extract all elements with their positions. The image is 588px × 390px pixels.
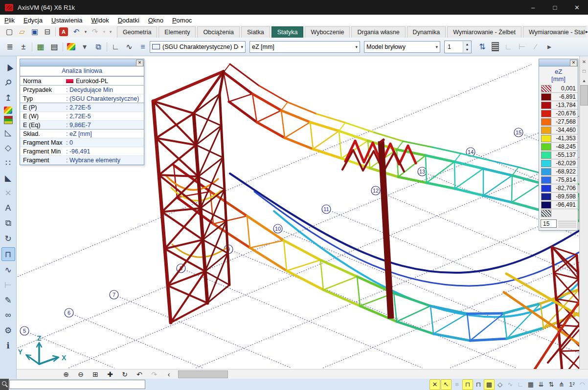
search-input[interactable] xyxy=(9,380,145,389)
menu-pomoc[interactable]: Pomoc xyxy=(168,15,196,25)
loads-icon[interactable]: ⇊ xyxy=(536,380,546,390)
result-component-combo[interactable]: eZ [mm] ▾ xyxy=(249,41,360,53)
mesh-icon[interactable]: ∷ xyxy=(2,156,15,169)
glasses-icon[interactable]: ∞ xyxy=(2,309,15,322)
axis-f-icon[interactable]: ⊢ xyxy=(515,41,529,53)
menu-okno[interactable]: Okno xyxy=(144,15,168,25)
toolbar-overflow-icon[interactable]: ▾ xyxy=(107,29,114,34)
virtual-beam-icon[interactable]: ⊢ xyxy=(2,279,15,291)
check-icon[interactable]: ◇ xyxy=(2,141,15,154)
save-icon[interactable]: ▣ xyxy=(28,26,41,37)
strip-restore-icon[interactable]: □ xyxy=(580,67,588,75)
maximize-icon[interactable]: □ xyxy=(544,0,566,15)
wrench-icon[interactable]: ⚙ xyxy=(2,324,15,337)
axes-3d-icon[interactable]: ⋔ xyxy=(557,380,566,390)
diag-icon[interactable]: ∕ xyxy=(529,41,543,53)
tab-siatka[interactable]: Siatka xyxy=(241,26,270,38)
table-icon[interactable]: ▦ xyxy=(34,41,47,53)
tab-drgania-własne[interactable]: Drgania własne xyxy=(351,26,405,38)
tab-wymiarowanie-stal[interactable]: Wymiarowanie - Stal xyxy=(523,26,587,38)
layers-icon[interactable]: ≣ xyxy=(3,41,17,53)
open-icon[interactable]: ▱ xyxy=(16,26,28,37)
dimension-icon[interactable]: ✕ xyxy=(2,187,15,199)
chevron-down-icon[interactable]: ▾ xyxy=(83,26,89,37)
text-icon[interactable]: A xyxy=(2,202,15,215)
supports-icon[interactable]: ⇅ xyxy=(546,380,556,390)
render-mode-icon[interactable]: ⊓ xyxy=(462,379,473,390)
load-case-combo[interactable]: (SGU Charakterystyczne) Decy ▾ xyxy=(150,41,246,53)
parts-icon[interactable]: ↖ xyxy=(441,379,452,390)
undo-view-icon[interactable]: ↶ xyxy=(132,370,147,379)
close-icon[interactable]: ✕ xyxy=(566,0,588,15)
lines-icon[interactable]: ≡ xyxy=(452,380,462,390)
tab-scroll-right-icon[interactable]: ▸ xyxy=(586,29,588,34)
undo-icon[interactable]: ↶ xyxy=(70,26,83,37)
symbols-icon[interactable]: ◇ xyxy=(495,380,505,390)
search-icon[interactable] xyxy=(0,379,9,390)
menu-widok[interactable]: Widok xyxy=(87,15,113,25)
spin-down-icon[interactable]: ▼ xyxy=(463,47,471,52)
path-2-icon[interactable]: ∿ xyxy=(505,380,515,390)
menu-plik[interactable]: Plik xyxy=(0,15,19,25)
views-icon[interactable]: ↥ xyxy=(2,91,15,104)
vertical-scrollbar-thumb[interactable] xyxy=(580,85,588,106)
info-icon[interactable]: ℹ xyxy=(2,339,15,352)
nonlinear-analysis-icon[interactable]: ∿ xyxy=(122,41,136,53)
tab-dynamika[interactable]: Dynamika xyxy=(407,26,446,38)
numbering-icon[interactable]: 1² xyxy=(567,380,577,390)
section-icon[interactable]: ⧉ xyxy=(2,217,15,230)
nodes-icon[interactable]: ✕ xyxy=(430,379,440,390)
new-icon[interactable]: ▢ xyxy=(3,26,16,37)
image-save-icon[interactable]: ⧉ xyxy=(91,41,105,53)
tab-obciążenia[interactable]: Obciążenia xyxy=(197,26,240,38)
scroll-left-icon[interactable]: ‹ xyxy=(161,370,176,379)
fragment-icon[interactable]: ▩ xyxy=(484,379,495,390)
zoom-fit-icon[interactable]: ⊞ xyxy=(88,370,103,379)
pan-icon[interactable]: ✚ xyxy=(103,370,117,379)
step-spinner[interactable]: 1 ▲ ▼ xyxy=(444,41,472,53)
table-browser-icon[interactable]: ▤ xyxy=(47,41,61,53)
redo-view-icon[interactable]: ↷ xyxy=(147,370,161,379)
render-cube-icon[interactable] xyxy=(4,107,12,114)
legend-intervals-input[interactable]: 15 xyxy=(541,219,557,228)
panel-close-icon[interactable]: ✕ xyxy=(136,60,143,66)
minmax-icon[interactable]: ⇅ xyxy=(475,41,489,53)
strip-close-icon[interactable]: ✕ xyxy=(580,58,588,65)
redo-icon[interactable]: ↷ xyxy=(89,26,101,37)
tab-elementy[interactable]: Elementy xyxy=(158,26,196,38)
local-axes-icon[interactable]: ∟ xyxy=(516,380,525,390)
arc-icon[interactable]: ◠ xyxy=(577,380,587,390)
render-mode-dark-icon[interactable]: ⊓ xyxy=(474,380,483,390)
guidelines-icon[interactable]: ◣ xyxy=(2,172,15,184)
tab-statyka[interactable]: Statyka xyxy=(271,26,304,38)
rendering-icon[interactable] xyxy=(67,43,75,50)
pdf-icon[interactable]: A xyxy=(59,27,68,36)
scroll-up-icon[interactable]: ▴ xyxy=(580,76,588,84)
panel-title-bar[interactable]: ✕ xyxy=(20,59,144,66)
load-cases-icon[interactable]: ≡ xyxy=(136,41,150,53)
axis-y-icon[interactable]: ∟ xyxy=(501,41,515,53)
tab-wymiarowanie-żelbet[interactable]: Wymiarowanie - Żelbet xyxy=(447,26,521,38)
path-icon[interactable]: ∿ xyxy=(2,263,15,276)
legend-resize-grip[interactable] xyxy=(558,220,576,227)
menu-ustawienia[interactable]: Ustawienia xyxy=(47,15,87,25)
overflow-arrow-icon[interactable]: ▸ xyxy=(543,41,556,53)
spin-up-icon[interactable]: ▲ xyxy=(463,42,471,47)
chevron-down-icon[interactable]: ▾ xyxy=(101,26,107,37)
tab-wyboczenie[interactable]: Wyboczenie xyxy=(305,26,350,38)
horizontal-scrollbar-thumb[interactable] xyxy=(178,370,228,378)
minimize-icon[interactable]: – xyxy=(522,0,544,15)
print-icon[interactable]: ⊟ xyxy=(41,26,54,37)
legend-title-bar[interactable]: ✕ xyxy=(539,59,578,66)
chevron-down-icon[interactable]: ▾ xyxy=(78,41,91,53)
animation-icon[interactable] xyxy=(492,43,498,51)
linear-analysis-icon[interactable]: ∟ xyxy=(109,41,122,53)
display-mode-icon[interactable]: ⊓ xyxy=(1,247,15,261)
rotate-icon[interactable]: ↻ xyxy=(117,370,132,379)
menu-dodatki[interactable]: Dodatki xyxy=(113,15,144,25)
tab-geometria[interactable]: Geometria xyxy=(117,26,157,38)
menu-edycja[interactable]: Edycja xyxy=(19,15,47,25)
legend-close-icon[interactable]: ✕ xyxy=(570,60,577,66)
brush-icon[interactable]: ✎ xyxy=(2,294,15,306)
zoom-out-icon[interactable]: ⊖ xyxy=(73,370,88,379)
